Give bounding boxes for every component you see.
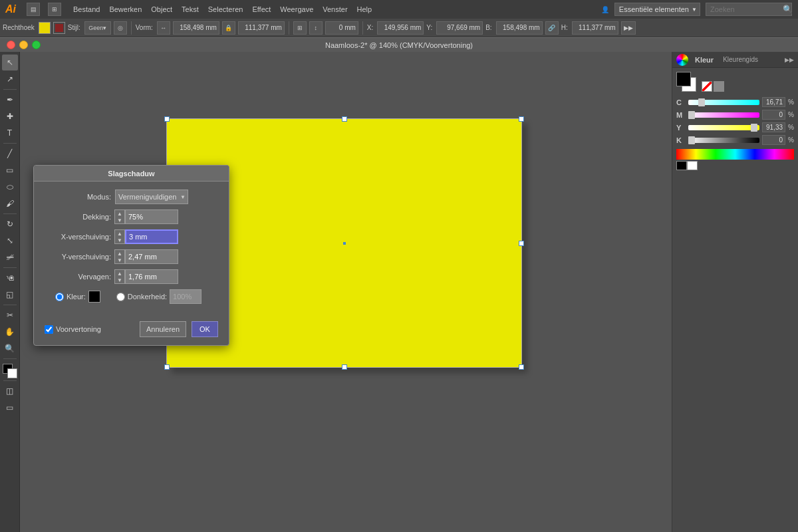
- profile-icon[interactable]: 👤: [601, 6, 609, 13]
- color-mode-btn[interactable]: [714, 81, 724, 92]
- preview-checkbox[interactable]: [45, 325, 53, 334]
- tool-select[interactable]: ↖: [2, 55, 18, 70]
- x-input[interactable]: [377, 21, 424, 35]
- tool-pen[interactable]: ✒: [2, 92, 18, 108]
- tool-draw-mode[interactable]: ◫: [2, 383, 18, 399]
- dialog-dekking-row: Dekking: ▲▼: [45, 209, 218, 224]
- width-input[interactable]: [173, 21, 219, 35]
- y-slider-thumb[interactable]: [751, 124, 757, 132]
- tool-direct-select[interactable]: ↗: [2, 71, 18, 87]
- height-input[interactable]: [238, 21, 285, 35]
- m-slider-track[interactable]: [688, 112, 759, 118]
- k-value-input[interactable]: [762, 135, 785, 145]
- ok-button[interactable]: OK: [192, 321, 218, 337]
- kleur-swatch[interactable]: [88, 291, 100, 303]
- app-icon-btn[interactable]: ▤: [27, 3, 40, 16]
- h-input[interactable]: [572, 21, 618, 35]
- x-input[interactable]: [125, 229, 178, 244]
- tool-warp[interactable]: ⧣: [2, 249, 18, 265]
- x-offset-input[interactable]: [325, 21, 358, 35]
- maximize-btn[interactable]: [32, 41, 41, 49]
- menu-tekst[interactable]: Tekst: [178, 4, 203, 15]
- vervagen-spinner[interactable]: ▲▼: [114, 269, 125, 284]
- dekking-spinner[interactable]: ▲▼: [114, 209, 125, 224]
- menu-venster[interactable]: Venster: [319, 4, 351, 15]
- fg-color-swatch[interactable]: [676, 72, 691, 86]
- dekking-input[interactable]: [125, 209, 178, 224]
- donkerheid-radio[interactable]: [116, 293, 125, 301]
- k-slider-track[interactable]: [688, 138, 759, 143]
- handle-tr[interactable]: [519, 116, 524, 122]
- modus-select[interactable]: Vermenigvuldigen: [115, 190, 188, 204]
- no-color-btn[interactable]: [702, 81, 712, 92]
- handle-bl[interactable]: [164, 364, 170, 370]
- panel-collapse-btn[interactable]: ▶▶: [785, 57, 794, 63]
- black-swatch-btn[interactable]: [676, 161, 687, 170]
- more-btn[interactable]: ▶▶: [621, 21, 636, 35]
- c-unit: %: [788, 98, 794, 106]
- align-btn[interactable]: ⊞: [293, 21, 307, 35]
- tool-zoom[interactable]: 🔍: [2, 340, 18, 356]
- y-slider-track[interactable]: [688, 125, 759, 130]
- menu-bewerken[interactable]: Bewerken: [105, 4, 146, 15]
- y-input[interactable]: [436, 21, 483, 35]
- cancel-button[interactable]: Annuleren: [140, 321, 186, 337]
- m-value-input[interactable]: [762, 110, 785, 120]
- workspace-icon[interactable]: ⊞: [48, 3, 61, 16]
- lock-proportions-btn[interactable]: 🔒: [222, 21, 235, 35]
- tool-type[interactable]: T: [2, 125, 18, 141]
- search-input[interactable]: [706, 3, 792, 16]
- c-slider-thumb[interactable]: [698, 98, 705, 106]
- handle-tc[interactable]: [342, 116, 347, 122]
- stroke-swatch[interactable]: [53, 22, 65, 34]
- menu-bestand[interactable]: Bestand: [69, 4, 104, 15]
- tool-eyedropper[interactable]: 🖲: [2, 270, 18, 286]
- handle-mr[interactable]: [519, 241, 524, 246]
- workspace-dropdown[interactable]: Essentiële elementen ▼: [614, 3, 700, 16]
- tool-scissors[interactable]: ✂: [2, 307, 18, 323]
- tool-color-swatches[interactable]: [3, 364, 17, 378]
- tool-ellipse[interactable]: ⬭: [2, 179, 18, 195]
- tool-hand[interactable]: ✋: [2, 324, 18, 340]
- color-wheel-icon[interactable]: [676, 54, 688, 66]
- b-input[interactable]: [496, 21, 543, 35]
- y-value-input[interactable]: [762, 122, 785, 132]
- c-slider-track[interactable]: [688, 100, 759, 105]
- y-input[interactable]: [125, 249, 178, 264]
- distribute-btn[interactable]: ↕: [309, 21, 323, 35]
- fill-swatch[interactable]: [39, 22, 51, 34]
- handle-tl[interactable]: [164, 116, 170, 122]
- tool-rect[interactable]: ▭: [2, 162, 18, 178]
- tool-gradient[interactable]: ◱: [2, 287, 18, 303]
- tool-scale[interactable]: ⤡: [2, 233, 18, 249]
- resize-mode-left[interactable]: ↔: [157, 21, 170, 35]
- handle-bc[interactable]: [342, 364, 347, 370]
- tool-screen-mode[interactable]: ▭: [2, 400, 18, 416]
- background-swatch[interactable]: [7, 368, 17, 378]
- stijl-select[interactable]: Geen▾: [84, 21, 111, 35]
- menu-selecteren[interactable]: Selecteren: [204, 4, 247, 15]
- tool-rotate[interactable]: ↻: [2, 216, 18, 232]
- menu-help[interactable]: Help: [353, 4, 376, 15]
- link-size-btn[interactable]: 🔗: [545, 21, 559, 35]
- k-slider-thumb[interactable]: [688, 136, 695, 144]
- kleur-radio[interactable]: [55, 293, 64, 301]
- white-swatch-btn[interactable]: [687, 161, 698, 170]
- menu-weergave[interactable]: Weergave: [276, 4, 317, 15]
- y-spinner[interactable]: ▲▼: [114, 249, 125, 264]
- color-spectrum-bar[interactable]: [676, 149, 794, 160]
- menu-object[interactable]: Object: [147, 4, 176, 15]
- handle-br[interactable]: [519, 364, 524, 370]
- menu-effect[interactable]: Effect: [248, 4, 275, 15]
- vervagen-input[interactable]: [125, 269, 178, 284]
- x-spinner[interactable]: ▲▼: [114, 229, 125, 244]
- donkerheid-input[interactable]: [170, 289, 201, 304]
- opacity-btn[interactable]: ◎: [114, 21, 127, 35]
- c-value-input[interactable]: [762, 97, 785, 107]
- tool-add-anchor[interactable]: ✚: [2, 108, 18, 124]
- m-slider-thumb[interactable]: [688, 111, 695, 119]
- tool-line[interactable]: ╱: [2, 146, 18, 162]
- tool-brush[interactable]: 🖌: [2, 196, 18, 211]
- close-btn[interactable]: [7, 41, 15, 49]
- minimize-btn[interactable]: [19, 41, 28, 49]
